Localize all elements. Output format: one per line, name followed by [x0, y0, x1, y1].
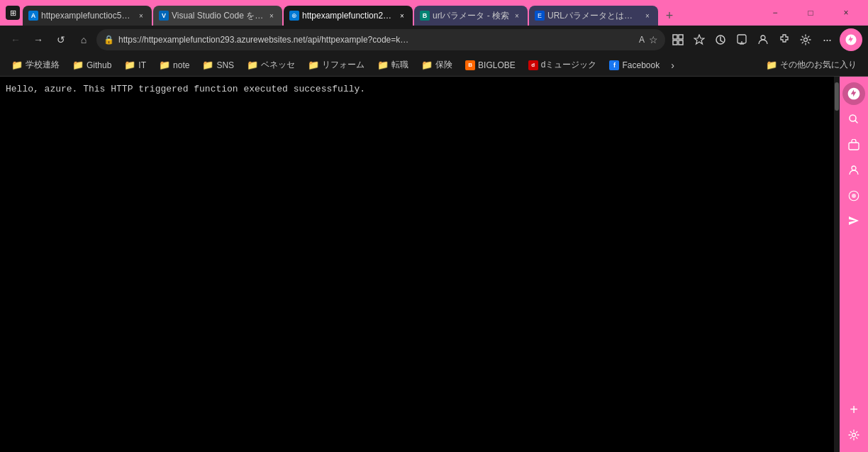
nav-icons-right: ···	[668, 30, 837, 50]
bookmark-dmusic[interactable]: d dミュージック	[523, 57, 603, 73]
tab-4-label: urlパラメータ - 検索	[433, 10, 509, 22]
folder-icon: 📁	[421, 60, 433, 70]
scrollbar-thumb[interactable]	[835, 82, 839, 111]
titlebar-left: ⊞	[6, 6, 20, 20]
sidebar-people-button[interactable]	[842, 159, 865, 182]
tab-1[interactable]: A httpexamplefunctioc50… ×	[23, 6, 152, 26]
folder-icon: 📁	[72, 60, 84, 70]
secure-icon: 🔒	[104, 35, 114, 45]
bookmark-note[interactable]: 📁 note	[153, 57, 195, 72]
extensions-button[interactable]	[774, 30, 794, 50]
new-tab-button[interactable]: +	[660, 6, 679, 26]
bookmark-label: IT	[138, 60, 146, 70]
sidebar-briefcase-button[interactable]	[842, 133, 865, 156]
tab-4[interactable]: B urlパラメータ - 検索 ×	[414, 6, 528, 26]
svg-rect-0	[673, 35, 677, 39]
forward-button[interactable]: →	[28, 30, 48, 50]
more-button[interactable]: ···	[817, 30, 837, 50]
bookmark-label: ベネッセ	[261, 59, 295, 71]
tab-2[interactable]: V Visual Studio Code を使… ×	[153, 6, 282, 26]
bookmark-label: Github	[87, 60, 111, 70]
translate-icon[interactable]: A	[639, 35, 645, 45]
restore-button[interactable]: □	[794, 0, 827, 26]
bookmark-label: リフォーム	[322, 59, 365, 71]
bookmarks-more-button[interactable]: ›	[667, 57, 679, 73]
tab-1-close[interactable]: ×	[136, 11, 146, 21]
tab-2-label: Visual Studio Code を使…	[172, 10, 264, 22]
minimize-button[interactable]: −	[759, 0, 791, 26]
bookmark-it[interactable]: 📁 IT	[118, 57, 152, 72]
bookmark-benesse[interactable]: 📁 ベネッセ	[241, 57, 301, 73]
svg-rect-3	[679, 40, 683, 45]
sidebar-add-button[interactable]: +	[842, 398, 865, 421]
svg-point-7	[804, 38, 808, 42]
bookmark-label: BIGLOBE	[478, 60, 516, 70]
facebook-favicon: f	[609, 60, 619, 70]
folder-icon: 📁	[308, 60, 319, 70]
share-button[interactable]	[732, 30, 752, 50]
tab-5-label: URLパラメータとは？書き方…	[547, 10, 640, 22]
other-favorites-icon: 📁	[766, 60, 777, 70]
tab-2-favicon: V	[159, 11, 169, 21]
svg-point-12	[852, 194, 856, 198]
tab-4-close[interactable]: ×	[512, 11, 522, 21]
favorite-icon[interactable]: ☆	[649, 34, 658, 45]
dmusic-favicon: d	[528, 60, 538, 70]
settings-button[interactable]	[796, 30, 816, 50]
tab-5-close[interactable]: ×	[642, 11, 652, 21]
folder-icon: 📁	[159, 60, 170, 70]
navbar: ← → ↺ ⌂ 🔒 https://httpexamplefunction293…	[0, 26, 868, 54]
tab-5[interactable]: E URLパラメータとは？書き方… ×	[529, 6, 658, 26]
address-url: https://httpexamplefunction293.azurewebs…	[118, 35, 635, 45]
tab-3-close[interactable]: ×	[397, 11, 407, 21]
svg-rect-1	[679, 35, 683, 39]
bing-sidebar-button[interactable]	[840, 28, 862, 51]
reload-button[interactable]: ↺	[51, 30, 71, 50]
bookmark-sns[interactable]: 📁 SNS	[196, 57, 240, 72]
account-button[interactable]	[753, 30, 773, 50]
bookmark-学校連絡[interactable]: 📁 学校連絡	[6, 57, 65, 73]
bookmark-label: Facebook	[622, 60, 660, 70]
bing-sidebar: +	[840, 77, 868, 452]
tab-3-favicon: ⊕	[289, 11, 299, 21]
browser-essentials-button[interactable]	[711, 30, 730, 50]
sidebar-bing-button[interactable]	[842, 82, 865, 105]
close-button[interactable]: ×	[830, 0, 862, 26]
bookmark-tenshoku[interactable]: 📁 転職	[372, 57, 414, 73]
tabs-area: A httpexamplefunctioc50… × V Visual Stud…	[23, 0, 756, 26]
bookmark-hoken[interactable]: 📁 保険	[416, 57, 458, 73]
back-button[interactable]: ←	[6, 30, 26, 50]
scrollbar[interactable]	[834, 77, 840, 452]
bookmark-reform[interactable]: 📁 リフォーム	[302, 57, 370, 73]
tab-1-favicon: A	[28, 11, 38, 21]
page-text: Hello, azure. This HTTP triggered functi…	[6, 82, 828, 97]
tab-3[interactable]: ⊕ httpexamplefunction29… ×	[284, 6, 413, 26]
folder-icon: 📁	[11, 60, 23, 70]
tab-3-label: httpexamplefunction29…	[302, 11, 394, 21]
sidebar-copilot-button[interactable]	[842, 184, 865, 207]
bookmark-github[interactable]: 📁 Github	[67, 57, 117, 72]
sidebar-send-button[interactable]	[842, 210, 865, 233]
bookmark-facebook[interactable]: f Facebook	[603, 58, 665, 72]
home-button[interactable]: ⌂	[74, 30, 94, 50]
tab-2-close[interactable]: ×	[267, 11, 277, 21]
sidebar-settings-button[interactable]	[842, 424, 865, 446]
favorites-button[interactable]	[689, 30, 709, 50]
titlebar: ⊞ A httpexamplefunctioc50… × V Visual St…	[0, 0, 868, 26]
folder-icon: 📁	[247, 60, 258, 70]
svg-point-6	[761, 35, 765, 40]
other-favorites-folder[interactable]: 📁 その他のお気に入り	[760, 57, 862, 73]
bookmark-biglobe[interactable]: B BIGLOBE	[460, 58, 521, 72]
window-icon: ⊞	[6, 6, 20, 20]
sidebar-search-button[interactable]	[842, 108, 865, 131]
svg-point-10	[852, 166, 856, 170]
bookmark-label: dミュージック	[541, 59, 597, 71]
biglobe-favicon: B	[465, 60, 475, 70]
folder-icon: 📁	[202, 60, 213, 70]
folder-icon: 📁	[377, 60, 389, 70]
bookmark-label: note	[173, 60, 189, 70]
collections-button[interactable]	[668, 30, 688, 50]
address-bar[interactable]: 🔒 https://httpexamplefunction293.azurewe…	[96, 29, 665, 50]
svg-point-13	[852, 434, 856, 437]
folder-icon: 📁	[124, 60, 135, 70]
